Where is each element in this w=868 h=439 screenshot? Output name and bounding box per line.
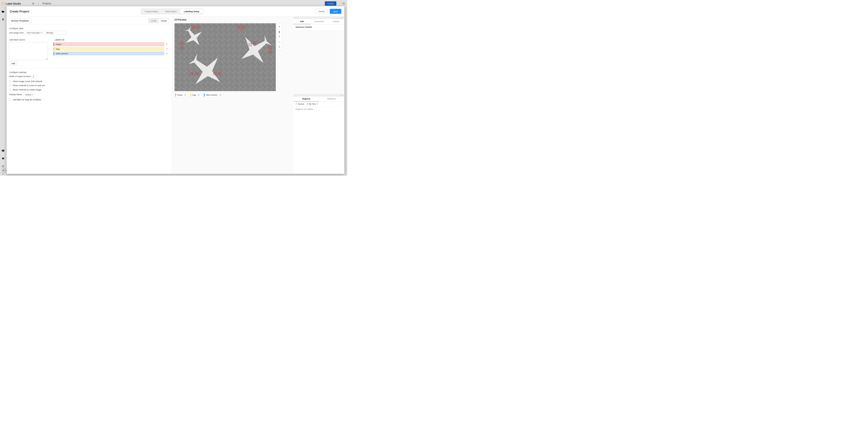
- annotation-box: [190, 72, 193, 75]
- grip-icon: ⋮⋮: [294, 94, 298, 96]
- label-chips: hutao 1 bag 2 other person 3: [175, 93, 291, 97]
- delete-button[interactable]: Delete: [315, 9, 328, 14]
- allow-zoom-checkbox[interactable]: [9, 80, 11, 82]
- label-color-swatch[interactable]: [53, 42, 54, 46]
- config-content: Configure data Use image from <set manua…: [6, 25, 172, 105]
- regions-tabs: Regions Relations: [293, 96, 344, 102]
- source-select[interactable]: <set manually>: [25, 31, 43, 35]
- label-chip[interactable]: bag 2: [190, 93, 202, 97]
- create-project-modal: Create Project Project Name Data Import …: [6, 6, 344, 174]
- label-color-swatch[interactable]: [53, 47, 54, 51]
- hand-tool-icon[interactable]: [277, 30, 281, 34]
- annotation-box: [192, 26, 195, 29]
- chip-label: hutao: [177, 94, 182, 96]
- collapse-icons[interactable]: ▸ ⤢: [341, 17, 343, 19]
- preview-stage: [175, 23, 276, 91]
- modal-body: Browse Templates Code Visual Configure d…: [6, 17, 344, 174]
- delete-label-icon[interactable]: ✕: [164, 52, 169, 55]
- svg-rect-7: [279, 41, 280, 42]
- label-color-swatch[interactable]: [53, 52, 54, 55]
- show-rotate-controls-label: Show controls to rotate image: [13, 88, 41, 91]
- save-button[interactable]: Save: [330, 9, 341, 14]
- panel-drag-handle[interactable]: ⋮⋮ ▸ ⤢: [293, 17, 344, 19]
- selection-details-heading: Selection Details: [293, 24, 344, 30]
- label-chip[interactable]: other person 3: [203, 93, 223, 97]
- label-name[interactable]: bag: [55, 47, 164, 51]
- tab-history[interactable]: History: [328, 19, 344, 24]
- preview-pane: UI Preview: [172, 17, 344, 174]
- divider: [9, 68, 169, 68]
- zoom-out-icon[interactable]: [277, 45, 281, 49]
- sort-manual[interactable]: Manual: [296, 103, 304, 105]
- visual-tab[interactable]: Visual: [159, 19, 169, 23]
- annotation-box: [213, 72, 217, 75]
- width-border-input[interactable]: [32, 74, 37, 78]
- pointer-tool-icon[interactable]: [277, 25, 281, 29]
- annotation-box: [238, 26, 241, 29]
- configure-data-heading: Configure data: [9, 27, 169, 30]
- modal-title: Create Project: [9, 10, 29, 13]
- chip-color-bar: [191, 94, 191, 96]
- regions-empty-text: Regions not added: [293, 106, 344, 174]
- use-image-from-label: Use image from: [9, 32, 24, 34]
- tab-info[interactable]: Info: [293, 19, 311, 24]
- display-labels-select[interactable]: bottom: [24, 92, 35, 97]
- add-filter-checkbox[interactable]: [9, 99, 11, 101]
- annotation-box: [253, 41, 256, 44]
- configure-settings-heading: Configure settings: [9, 71, 169, 73]
- annotation-box: [196, 26, 199, 29]
- show-zoom-controls-checkbox[interactable]: [9, 84, 11, 86]
- tab-project-name[interactable]: Project Name: [141, 9, 162, 14]
- code-tab[interactable]: Code: [149, 19, 158, 23]
- chip-color-bar: [204, 94, 205, 96]
- annotation-box: [269, 51, 272, 54]
- panel-drag-handle[interactable]: ⋮⋮ ▸ ⤢: [293, 94, 344, 96]
- annotation-box: [195, 72, 198, 75]
- label-row[interactable]: other person ✕: [53, 52, 169, 55]
- sort-by-time[interactable]: By Time ⇅: [307, 103, 318, 105]
- preview-image[interactable]: [175, 23, 276, 91]
- tab-labeling-setup[interactable]: Labeling Setup: [180, 9, 203, 14]
- labels-list: hutao ✕ bag ✕ other person ✕: [53, 42, 169, 56]
- tab-comments[interactable]: Comments: [311, 19, 328, 24]
- label-row[interactable]: bag ✕: [53, 47, 169, 51]
- delete-label-icon[interactable]: ✕: [164, 48, 169, 51]
- preview-column: UI Preview: [172, 17, 293, 174]
- upload-icon[interactable]: ⤒: [341, 103, 342, 105]
- label-row[interactable]: hutao ✕: [53, 42, 169, 46]
- clock-icon: [307, 103, 308, 105]
- fit-screen-icon[interactable]: [277, 40, 281, 44]
- modal-step-tabs: Project Name Data Import Labeling Setup: [141, 8, 204, 14]
- show-zoom-controls-label: Show controls to zoom in and out: [13, 84, 45, 87]
- chip-label: other person: [206, 94, 218, 96]
- airplane-icon: [232, 31, 278, 68]
- chip-label: bag: [193, 94, 196, 96]
- sort-arrows-icon: ⇅: [317, 103, 318, 105]
- width-border-label: Width of region borders: [9, 75, 31, 77]
- add-label-button[interactable]: Add: [9, 62, 17, 66]
- label-name[interactable]: other person: [55, 52, 164, 55]
- annotation-box: [249, 43, 252, 46]
- modal-actions: Delete Save: [315, 9, 341, 14]
- label-name[interactable]: hutao: [55, 42, 164, 46]
- zoom-in-icon[interactable]: [277, 35, 281, 39]
- airplane-icon: [185, 50, 227, 91]
- browse-templates-button[interactable]: Browse Templates: [9, 18, 31, 23]
- label-chip[interactable]: hutao 1: [175, 93, 188, 97]
- tab-relations[interactable]: Relations: [319, 96, 344, 101]
- label-names-textarea[interactable]: [9, 42, 48, 60]
- tab-data-import[interactable]: Data Import: [162, 9, 180, 14]
- show-rotate-controls-checkbox[interactable]: [9, 89, 11, 91]
- annotation-box: [269, 46, 272, 49]
- add-label-names-heading: Add label names: [9, 38, 48, 41]
- labels-count-heading: Labels (3): [55, 38, 169, 41]
- chip-hotkey: 2: [197, 94, 200, 96]
- source-field-input[interactable]: $image: [45, 31, 67, 35]
- annotation-box: [242, 26, 246, 29]
- delete-label-icon[interactable]: ✕: [164, 43, 169, 46]
- tab-regions[interactable]: Regions: [293, 96, 319, 101]
- collapse-icons[interactable]: ▸ ⤢: [341, 94, 343, 96]
- list-icon: [296, 103, 297, 105]
- details-tabs: Info Comments History: [293, 19, 344, 24]
- modal-header: Create Project Project Name Data Import …: [6, 6, 344, 17]
